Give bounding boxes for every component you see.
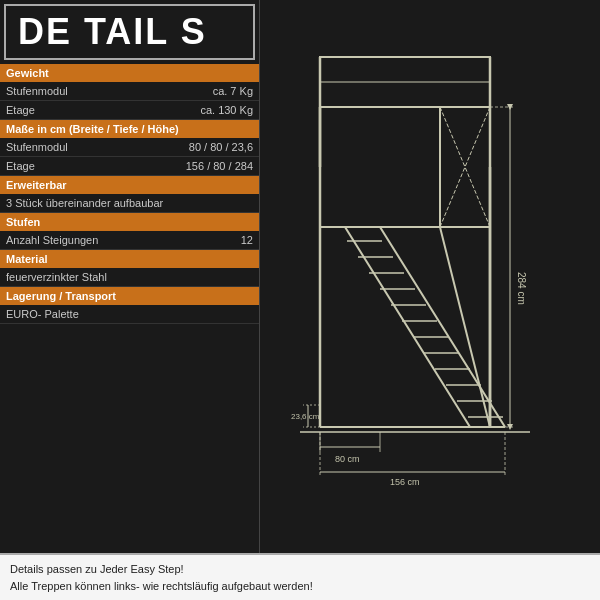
detail-row: Anzahl Steigungen12 <box>0 231 259 250</box>
page-container: DE TAIL S GewichtStufenmodulca. 7 KgEtag… <box>0 0 600 600</box>
detail-label: Stufenmodul <box>0 138 183 156</box>
sections-container: GewichtStufenmodulca. 7 KgEtageca. 130 K… <box>0 64 259 324</box>
detail-value: ca. 7 Kg <box>207 82 259 100</box>
left-panel: DE TAIL S GewichtStufenmodulca. 7 KgEtag… <box>0 0 260 553</box>
title-block: DE TAIL S <box>4 4 255 60</box>
footer: Details passen zu Jeder Easy Step! Alle … <box>0 553 600 600</box>
svg-text:80 cm: 80 cm <box>335 454 360 464</box>
detail-value: 80 / 80 / 23,6 <box>183 138 259 156</box>
detail-value: ca. 130 Kg <box>194 101 259 119</box>
svg-text:156 cm: 156 cm <box>390 477 420 487</box>
svg-line-8 <box>380 227 505 427</box>
detail-row: Stufenmodul80 / 80 / 23,6 <box>0 138 259 157</box>
detail-row: Stufenmodulca. 7 Kg <box>0 82 259 101</box>
section-text: feuerverzinkter Stahl <box>0 268 259 287</box>
detail-row: Etageca. 130 Kg <box>0 101 259 120</box>
section-header: Stufen <box>0 213 259 231</box>
main-content: DE TAIL S GewichtStufenmodulca. 7 KgEtag… <box>0 0 600 553</box>
detail-label: Anzahl Steigungen <box>0 231 235 249</box>
detail-label: Etage <box>0 157 180 175</box>
section-text: 3 Stück übereinander aufbaubar <box>0 194 259 213</box>
section-header: Erweiterbar <box>0 176 259 194</box>
svg-line-29 <box>440 227 490 427</box>
detail-row: Etage156 / 80 / 284 <box>0 157 259 176</box>
detail-value: 12 <box>235 231 259 249</box>
footer-line2: Alle Treppen können links- wie rechtsläu… <box>10 578 590 595</box>
staircase-diagram: 284 cm 23,6 cm 80 cm 156 cm <box>280 47 580 507</box>
section-header: Material <box>0 250 259 268</box>
section-header: Gewicht <box>0 64 259 82</box>
section-text: EURO- Palette <box>0 305 259 324</box>
detail-label: Etage <box>0 101 194 119</box>
footer-line1: Details passen zu Jeder Easy Step! <box>10 561 590 578</box>
svg-text:23,6 cm: 23,6 cm <box>291 412 320 421</box>
detail-value: 156 / 80 / 284 <box>180 157 259 175</box>
detail-label: Stufenmodul <box>0 82 207 100</box>
right-panel: 284 cm 23,6 cm 80 cm 156 cm <box>260 0 600 553</box>
section-header: Lagerung / Transport <box>0 287 259 305</box>
section-header: Maße in cm (Breite / Tiefe / Höhe) <box>0 120 259 138</box>
page-title: DE TAIL S <box>18 14 241 50</box>
svg-text:284 cm: 284 cm <box>516 272 527 305</box>
